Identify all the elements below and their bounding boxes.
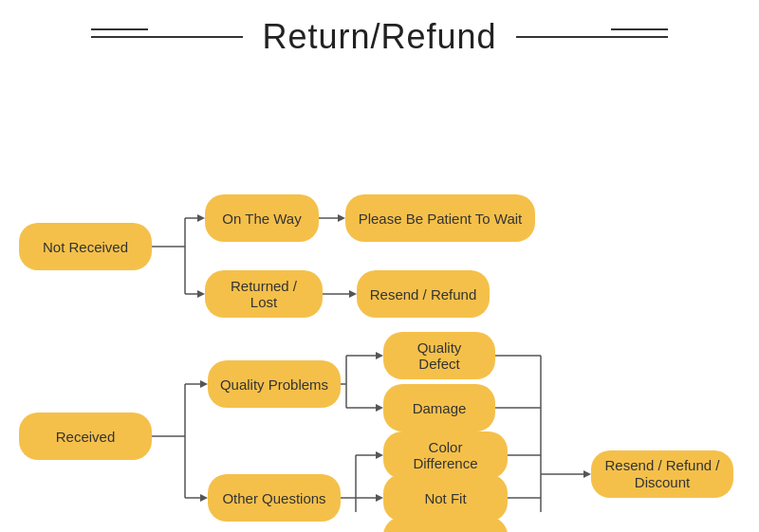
node-please-wait: Please Be Patient To Wait (345, 194, 535, 242)
title-area: Return/Refund (0, 0, 759, 57)
node-quality-defect: Quality Defect (383, 332, 495, 379)
svg-marker-7 (338, 214, 345, 222)
node-received: Received (19, 413, 152, 460)
svg-marker-15 (200, 494, 208, 502)
node-quality-problems: Quality Problems (208, 360, 341, 408)
node-on-the-way: On The Way (205, 194, 319, 242)
node-not-fit: Not Fit (383, 474, 508, 522)
node-not-received: Not Received (19, 223, 152, 270)
node-returned-lost: Returned / Lost (205, 270, 323, 318)
svg-marker-21 (376, 404, 383, 412)
svg-marker-3 (197, 214, 205, 222)
node-resend-refund-discount: Resend / Refund / Discount (591, 450, 733, 498)
node-damage: Damage (383, 384, 495, 431)
svg-marker-13 (200, 380, 208, 388)
node-color-difference: Color Difference (383, 431, 508, 479)
svg-marker-25 (376, 451, 383, 459)
svg-marker-27 (376, 494, 383, 502)
title-line-right (516, 36, 668, 38)
node-wrong-delivery: Wrong Delivery (383, 517, 508, 532)
svg-marker-37 (583, 470, 591, 478)
page-title: Return/Refund (243, 17, 515, 57)
svg-marker-5 (197, 290, 205, 298)
node-resend-refund-1: Resend / Refund (357, 270, 490, 318)
title-line-left (91, 36, 243, 38)
svg-marker-19 (376, 352, 383, 359)
node-other-questions: Other Questions (208, 474, 341, 522)
diagram: Not Received On The Way Please Be Patien… (0, 66, 759, 512)
svg-marker-9 (349, 290, 357, 298)
